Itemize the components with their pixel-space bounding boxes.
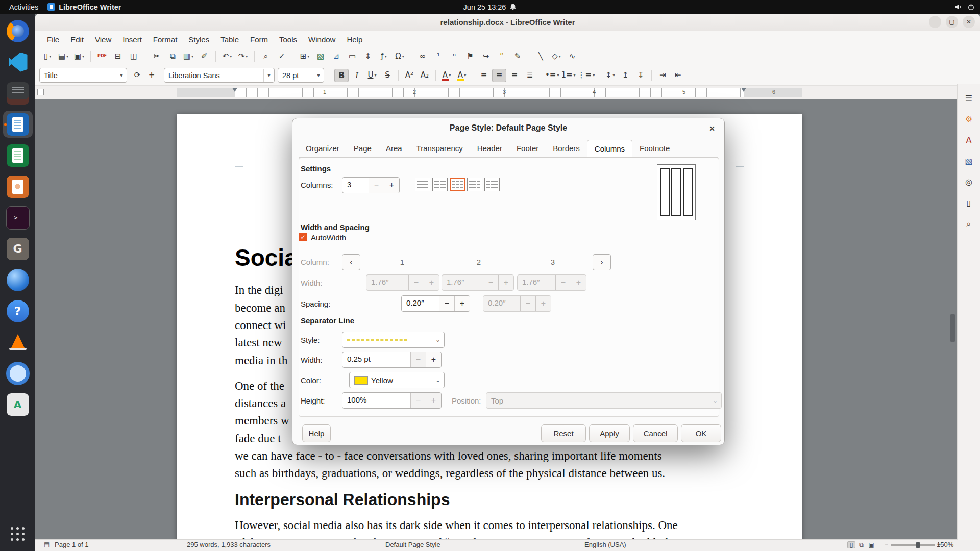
system-indicators[interactable] bbox=[954, 3, 975, 11]
print-preview-icon[interactable]: ◫ bbox=[127, 49, 141, 63]
dock-text-editor[interactable] bbox=[3, 80, 33, 107]
document-text-line[interactable]: members w bbox=[235, 414, 289, 428]
insert-special-character-icon[interactable]: Ω▾ bbox=[393, 49, 407, 63]
styles-icon[interactable]: A bbox=[961, 133, 976, 147]
window-titlebar[interactable]: relationship.docx - LibreOffice Writer –… bbox=[35, 14, 980, 31]
vertical-scrollbar-thumb[interactable] bbox=[950, 314, 955, 342]
properties-icon[interactable]: ⚙ bbox=[961, 112, 976, 127]
separator-width-increase-button[interactable]: + bbox=[426, 352, 441, 367]
new-style-icon[interactable]: + bbox=[144, 69, 159, 82]
insert-footnote-icon[interactable]: ¹ bbox=[431, 49, 446, 63]
decrease-indent-icon[interactable]: ⇤ bbox=[671, 69, 685, 82]
freeform-line-icon[interactable]: ∿ bbox=[565, 49, 579, 63]
insert-text-box-icon[interactable]: ▭ bbox=[345, 49, 359, 63]
highlight-color-icon[interactable]: A▾ bbox=[455, 69, 469, 82]
single-page-view-icon[interactable]: ▯ bbox=[847, 541, 855, 548]
columns-decrease-button[interactable]: − bbox=[369, 178, 384, 193]
page-style-status[interactable]: Default Page Style bbox=[385, 541, 440, 548]
tab-columns[interactable]: Columns bbox=[587, 140, 632, 157]
preset-three-columns[interactable] bbox=[450, 178, 465, 191]
paragraph-space-decrease-icon[interactable]: ↧ bbox=[633, 69, 648, 82]
indent-marker-right[interactable] bbox=[741, 88, 746, 92]
italic-icon[interactable]: I bbox=[350, 69, 364, 82]
open-file-icon[interactable]: ▤▾ bbox=[56, 49, 70, 63]
preset-two-columns[interactable] bbox=[432, 178, 448, 191]
book-view-icon[interactable]: ▣ bbox=[867, 541, 875, 548]
new-document-icon[interactable]: ▯▾ bbox=[40, 49, 55, 63]
gallery-icon[interactable]: ▧ bbox=[961, 154, 976, 168]
menu-view[interactable]: View bbox=[89, 33, 117, 46]
dock-help[interactable]: ? bbox=[3, 297, 33, 324]
dock-firefox[interactable] bbox=[3, 17, 33, 44]
font-color-icon[interactable]: A▾ bbox=[439, 69, 454, 82]
save-icon[interactable]: ▣▾ bbox=[72, 49, 86, 63]
menu-edit[interactable]: Edit bbox=[65, 33, 89, 46]
menu-window[interactable]: Window bbox=[303, 33, 341, 46]
menu-help[interactable]: Help bbox=[341, 33, 368, 46]
spacing1-increase-button[interactable]: + bbox=[454, 296, 470, 311]
sidebar-settings-icon[interactable]: ☰ bbox=[961, 91, 976, 106]
menu-table[interactable]: Table bbox=[215, 33, 244, 46]
align-center-icon[interactable]: ≡ bbox=[492, 69, 506, 82]
maximize-button[interactable]: ▢ bbox=[946, 16, 958, 28]
next-column-button[interactable]: › bbox=[593, 254, 611, 270]
dock-chromium[interactable] bbox=[3, 266, 33, 293]
help-button[interactable]: Help bbox=[302, 424, 331, 442]
multi-page-view-icon[interactable]: ⧉ bbox=[857, 541, 866, 548]
style-inspector-icon[interactable]: ⌕ bbox=[961, 217, 976, 231]
document-text-line[interactable]: become an bbox=[235, 302, 285, 315]
dock-software-store[interactable]: A bbox=[3, 391, 33, 418]
superscript-icon[interactable]: A² bbox=[402, 69, 416, 82]
find-and-replace-icon[interactable]: ⌕ bbox=[259, 49, 273, 63]
columns-count-input[interactable]: 3 bbox=[342, 178, 369, 193]
dialog-titlebar[interactable]: Page Style: Default Page Style ✕ bbox=[292, 118, 724, 138]
insert-page-break-icon[interactable]: ⇟ bbox=[361, 49, 375, 63]
autowidth-checkbox[interactable]: ✓ bbox=[299, 233, 307, 241]
close-button[interactable]: ✕ bbox=[963, 16, 975, 28]
dock-vlc[interactable] bbox=[3, 329, 33, 356]
insert-hyperlink-icon[interactable]: ∞ bbox=[415, 49, 430, 63]
reset-button[interactable]: Reset bbox=[541, 424, 586, 442]
undo-icon[interactable]: ↶▾ bbox=[220, 49, 234, 63]
insert-cross-reference-icon[interactable]: ↪ bbox=[479, 49, 493, 63]
tab-borders[interactable]: Borders bbox=[546, 140, 587, 157]
spacing-input-1[interactable]: 0.20″ bbox=[402, 296, 439, 311]
insert-image-icon[interactable]: ▧ bbox=[313, 49, 328, 63]
document-text-line[interactable]: media in th bbox=[235, 354, 287, 367]
page-panel-icon[interactable]: ▯ bbox=[961, 196, 976, 210]
document-text-line[interactable]: we can have face - to - face conversatio… bbox=[235, 449, 662, 463]
insert-comment-icon[interactable]: “ bbox=[495, 49, 509, 63]
paste-icon[interactable]: ▥▾ bbox=[181, 49, 195, 63]
increase-indent-icon[interactable]: ⇥ bbox=[655, 69, 670, 82]
bold-icon[interactable]: B bbox=[334, 69, 349, 82]
document-heading[interactable]: Interpersonal Relationships bbox=[235, 490, 450, 509]
dock-libreoffice-calc[interactable] bbox=[3, 142, 33, 169]
tab-footnote[interactable]: Footnote bbox=[632, 140, 677, 157]
document-text-line[interactable]: In the digi bbox=[235, 284, 283, 297]
dialog-close-button[interactable]: ✕ bbox=[706, 122, 718, 135]
separator-height-input[interactable]: 100% bbox=[342, 393, 410, 408]
dock-libreoffice-impress[interactable] bbox=[3, 173, 33, 200]
tab-footer[interactable]: Footer bbox=[509, 140, 546, 157]
menu-tools[interactable]: Tools bbox=[274, 33, 303, 46]
separator-width-input[interactable]: 0.25 pt bbox=[342, 352, 410, 367]
menu-format[interactable]: Format bbox=[148, 33, 183, 46]
cut-icon[interactable]: ✂ bbox=[150, 49, 164, 63]
word-count[interactable]: 295 words, 1,933 characters bbox=[187, 541, 271, 548]
separator-color-dropdown[interactable]: Yellow ⌄ bbox=[349, 372, 445, 388]
font-name-combo[interactable]: Liberation Sans▾ bbox=[164, 68, 275, 83]
clone-formatting-icon[interactable]: ✐ bbox=[197, 49, 211, 63]
dock-browser[interactable] bbox=[3, 360, 33, 387]
document-text-line[interactable]: connect wi bbox=[235, 319, 286, 332]
show-applications-button[interactable] bbox=[3, 520, 33, 547]
focused-app-indicator[interactable]: LibreOffice Writer bbox=[47, 3, 121, 11]
update-style-icon[interactable]: ⟳ bbox=[130, 69, 144, 82]
menu-file[interactable]: File bbox=[41, 33, 65, 46]
document-modified-icon[interactable]: ▤ bbox=[44, 541, 50, 548]
insert-endnote-icon[interactable]: ⁿ bbox=[447, 49, 461, 63]
ok-button[interactable]: OK bbox=[681, 424, 721, 442]
document-text-line[interactable]: One of the bbox=[235, 380, 284, 393]
ruler-corner-box[interactable] bbox=[37, 89, 44, 95]
tab-transparency[interactable]: Transparency bbox=[409, 140, 470, 157]
previous-column-button[interactable]: ‹ bbox=[342, 254, 360, 270]
